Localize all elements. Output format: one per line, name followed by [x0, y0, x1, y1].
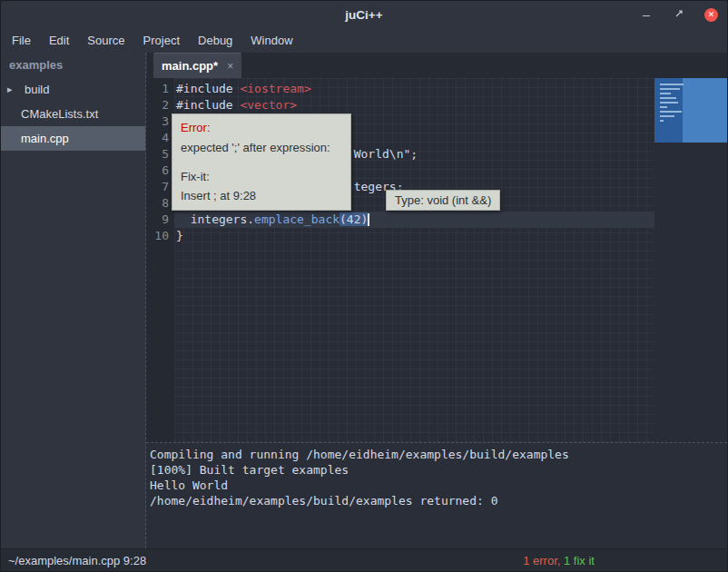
minimize-icon: – — [643, 7, 650, 22]
tree-item-main-cpp[interactable]: main.cpp — [1, 126, 145, 151]
status-fixit-count: 1 fix it — [564, 554, 595, 567]
code-token: World\n"; — [354, 147, 418, 161]
type-tooltip-text: Type: void (int &&) — [395, 193, 491, 207]
minimap-code-mark — [660, 97, 676, 99]
tab-label: main.cpp* — [162, 59, 218, 73]
tabbar: main.cpp* × — [147, 53, 727, 78]
menu-edit[interactable]: Edit — [40, 28, 78, 53]
chevron-right-icon[interactable]: ▸ — [7, 77, 13, 102]
terminal-line: /home/eidheim/examples/build/examples re… — [150, 493, 727, 508]
sidebar: examples ▸buildCMakeLists.txtmain.cpp — [1, 53, 146, 548]
menubar: FileEditSourceProjectDebugWindow — [1, 28, 727, 53]
status-error-count: 1 error — [523, 554, 557, 567]
sidebar-header: examples — [1, 53, 145, 77]
code-token: <iostream> — [240, 82, 310, 95]
line-number: 4 — [146, 130, 169, 146]
minimap-code-mark — [660, 106, 667, 108]
line-number: 9 — [146, 212, 169, 228]
line-number: 10 — [146, 228, 169, 244]
tree-item-cmakelists-txt[interactable]: CMakeLists.txt — [1, 102, 145, 126]
restore-icon — [674, 8, 684, 22]
bracket-match-highlight: (42) — [339, 212, 368, 226]
line-number: 7 — [146, 179, 169, 195]
window-title: juCi++ — [345, 8, 382, 22]
code-token: } — [176, 229, 183, 242]
line-number-gutter: 12345678910 — [146, 78, 174, 442]
code-line-9: integers.emplace_back(42) — [174, 212, 654, 228]
terminal-line: Compiling and running /home/eidheim/exam… — [150, 447, 727, 462]
close-icon: ✕ — [708, 10, 715, 19]
code-token: . — [247, 212, 254, 226]
restore-button[interactable] — [672, 7, 686, 22]
statusbar: ~/examples/main.cpp 9:28 1 error, 1 fix … — [1, 548, 727, 571]
minimap-code-mark — [660, 84, 684, 85]
status-file-location: ~/examples/main.cpp 9:28 — [1, 554, 146, 567]
minimap-code-mark — [660, 102, 678, 104]
code-token: emplace_back — [254, 212, 339, 226]
tree-item-label: main.cpp — [21, 132, 69, 145]
line-number: 2 — [146, 97, 169, 113]
error-tooltip-title: Error: — [181, 121, 342, 134]
tab-main-cpp[interactable]: main.cpp* × — [153, 53, 241, 78]
code-token: #include — [176, 82, 240, 95]
tree-item-label: CMakeLists.txt — [21, 107, 98, 121]
minimap-code-mark — [660, 111, 682, 113]
menu-debug[interactable]: Debug — [189, 28, 241, 53]
terminal-line: [100%] Built target examples — [150, 462, 727, 478]
minimap-code-mark — [660, 115, 674, 117]
code-token: #include — [176, 98, 240, 112]
text-cursor — [368, 213, 369, 226]
juci-window: juCi++ – ✕ FileEditSourceProjectDebugWin… — [0, 0, 728, 572]
type-tooltip: Type: void (int &&) — [386, 190, 500, 211]
line-number: 8 — [146, 195, 169, 212]
menu-source[interactable]: Source — [78, 28, 133, 53]
tree-item-build[interactable]: ▸build — [1, 77, 145, 102]
line-number: 1 — [146, 81, 169, 97]
line-number: 6 — [146, 163, 169, 179]
tree-item-label: build — [25, 83, 49, 96]
code-token: integers — [176, 212, 247, 226]
menu-window[interactable]: Window — [241, 28, 301, 53]
status-diagnostics: 1 error, 1 fix it — [523, 554, 595, 567]
window-controls: – ✕ — [639, 1, 718, 28]
minimap-code-mark — [660, 88, 680, 90]
source-overview-map[interactable] — [654, 78, 728, 143]
line-number: 3 — [146, 113, 169, 130]
titlebar[interactable]: juCi++ – ✕ — [1, 1, 727, 28]
terminal-output[interactable]: Compiling and running /home/eidheim/exam… — [146, 442, 727, 548]
error-tooltip-fixit-label: Fix-it: — [181, 170, 342, 183]
error-tooltip-message: expected ';' after expression: — [181, 141, 342, 154]
code-line-1: #include <iostream> — [174, 81, 654, 97]
error-tooltip: Error: expected ';' after expression: Fi… — [172, 113, 351, 211]
file-tree: ▸buildCMakeLists.txtmain.cpp — [1, 77, 145, 151]
code-line-10: } — [174, 228, 654, 244]
tab-close-icon[interactable]: × — [227, 61, 233, 72]
error-tooltip-fixit-text: Insert ; at 9:28 — [181, 189, 342, 202]
minimize-button[interactable]: – — [639, 7, 654, 22]
menu-file[interactable]: File — [3, 28, 40, 53]
menu-project[interactable]: Project — [134, 28, 189, 53]
close-button[interactable]: ✕ — [704, 8, 718, 22]
code-line-2: #include <vector> — [174, 97, 654, 113]
minimap-code-mark — [660, 93, 671, 94]
status-separator: , — [557, 554, 564, 567]
terminal-line: Hello World — [150, 478, 727, 493]
line-number: 5 — [146, 146, 169, 163]
code-token: <vector> — [240, 98, 297, 112]
minimap-code-mark — [660, 120, 664, 122]
